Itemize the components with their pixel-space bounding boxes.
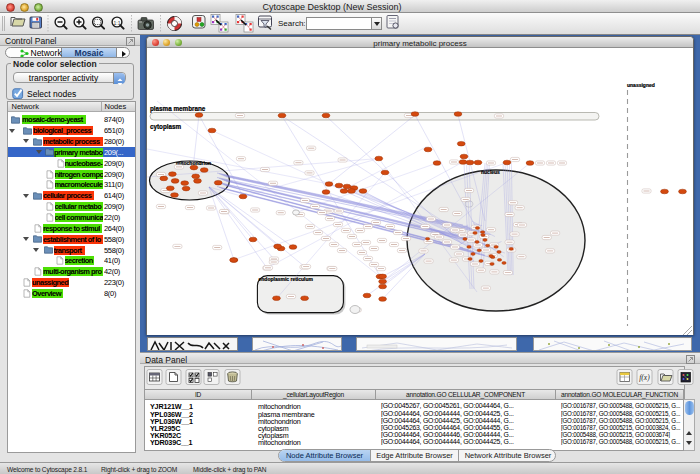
- svg-text:plasma membrane: plasma membrane: [150, 105, 206, 113]
- svg-text:endoplasmic reticulum: endoplasmic reticulum: [259, 276, 314, 282]
- svg-text:f(x): f(x): [639, 373, 650, 382]
- svg-text:nucleus: nucleus: [481, 169, 500, 175]
- svg-text:1:1: 1:1: [114, 20, 121, 26]
- svg-text:cytoplasm: cytoplasm: [150, 123, 182, 131]
- svg-text:unassigned: unassigned: [627, 82, 655, 88]
